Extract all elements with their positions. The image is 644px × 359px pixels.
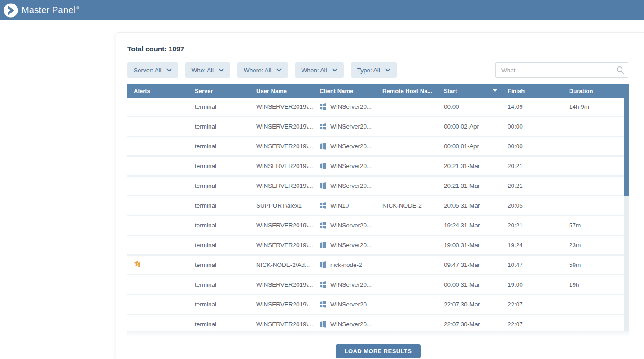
windows-icon [320,321,326,328]
filter-server[interactable]: Server: All [127,62,178,78]
cell-client-name: WINServer20... [313,123,376,130]
filter-label: When: All [302,67,327,74]
cell-server: terminal [188,242,250,248]
table-row[interactable]: terminal WINSERVER2019\... WINServer20..… [127,117,629,137]
registered-mark: ® [76,6,79,10]
table-row[interactable]: terminal WINSERVER2019\... WINServer20..… [127,236,629,256]
filter-who[interactable]: Who: All [185,62,231,78]
client-name-text: WINServer20... [330,222,372,229]
table-header-row: Alerts Server User Name Client Name Remo… [127,84,629,98]
chevron-down-icon [385,68,390,72]
table-scrollbar[interactable] [624,98,629,331]
cell-start: 19:24 31-Mar [438,222,501,229]
windows-icon [320,182,326,189]
scrollbar-track[interactable] [624,196,629,331]
cell-user-name: WINSERVER2019\... [250,242,313,248]
column-header-client-name[interactable]: Client Name [313,88,376,94]
table-row[interactable]: terminal WINSERVER2019\... WINServer20..… [127,137,629,157]
cell-start: 20:05 31-Mar [438,202,501,209]
filter-chips: Server: All Who: All Where: All When: Al… [127,62,397,78]
chevron-down-icon [332,68,337,72]
session-alert-icon[interactable] [134,261,141,268]
client-name-text: WINServer20... [330,281,372,288]
client-name-text: WINServer20... [330,163,372,169]
search-icon[interactable] [616,66,624,74]
cell-user-name: WINSERVER2019\... [250,321,313,328]
search-input[interactable] [495,62,628,78]
cell-duration: 19h [563,281,629,288]
filter-label: Who: All [192,67,214,74]
cell-alerts [127,261,188,270]
table-row[interactable]: terminal WINSERVER2019\... WINServer20..… [127,98,629,117]
column-header-remote-host-na[interactable]: Remote Host Na... [376,88,438,94]
cell-finish: 22:07 [501,321,563,328]
cell-user-name: WINSERVER2019\... [250,103,313,110]
cell-user-name: WINSERVER2019\... [250,123,313,130]
cell-server: terminal [188,321,250,328]
windows-icon [320,242,326,248]
table-bottom-fade [127,331,629,337]
cell-user-name: WINSERVER2019\... [250,163,313,169]
column-header-label: Client Name [320,88,353,94]
cell-server: terminal [188,163,250,169]
cell-client-name: WINServer20... [313,103,376,110]
cell-client-name: WINServer20... [313,301,376,308]
filter-where[interactable]: Where: All [237,62,288,78]
column-header-alerts[interactable]: Alerts [127,88,188,94]
client-name-text: WINServer20... [330,242,372,248]
cell-finish: 20:21 [501,182,563,189]
cell-finish: 19:24 [501,242,563,248]
main-content-panel: Total count: 1097 Server: All Who: All W… [116,32,644,359]
table-row[interactable]: terminal WINSERVER2019\... WINServer20..… [127,216,629,236]
cell-start: 00:00 02-Apr [438,123,501,130]
column-header-user-name[interactable]: User Name [250,88,313,94]
cell-start: 09:47 31-Mar [438,261,501,268]
cell-remote-host: NICK-NODE-2 [376,202,438,209]
filter-type[interactable]: Type: All [351,62,397,78]
table-row[interactable]: terminal NICK-NODE-2\Ad... nick-node-2 0… [127,256,629,275]
filter-when[interactable]: When: All [295,62,344,78]
cell-server: terminal [188,182,250,189]
client-name-text: WINServer20... [330,123,372,130]
cell-server: terminal [188,123,250,130]
table-row[interactable]: terminal WINSERVER2019\... WINServer20..… [127,315,629,331]
column-header-finish[interactable]: Finish [501,88,563,94]
table-row[interactable]: terminal WINSERVER2019\... WINServer20..… [127,295,629,315]
cell-finish: 00:00 [501,143,563,150]
cell-duration: 59m [563,261,629,268]
windows-icon [320,301,326,308]
app-title: Master Panel® [22,5,79,15]
cell-start: 20:21 31-Mar [438,163,501,169]
client-name-text: WINServer20... [330,301,372,308]
windows-icon [320,281,326,288]
cell-duration: 23m [563,242,629,248]
cell-server: terminal [188,222,250,229]
cell-start: 00:00 31-Mar [438,281,501,288]
cell-user-name: WINSERVER2019\... [250,301,313,308]
table-row[interactable]: terminal SUPPORT\alex1 WIN10 NICK-NODE-2… [127,196,629,216]
scrollbar-thumb[interactable] [624,98,629,196]
cell-server: terminal [188,281,250,288]
cell-user-name: WINSERVER2019\... [250,281,313,288]
table-row[interactable]: terminal WINSERVER2019\... WINServer20..… [127,157,629,177]
table-row[interactable]: terminal WINSERVER2019\... WINServer20..… [127,275,629,295]
cell-client-name: WINServer20... [313,222,376,229]
cell-start: 19:00 31-Mar [438,242,501,248]
cell-start: 22:07 30-Mar [438,301,501,308]
chevron-down-icon [219,68,224,72]
client-name-text: WIN10 [330,202,349,209]
column-header-server[interactable]: Server [188,88,250,94]
cell-client-name: WINServer20... [313,281,376,288]
load-more-button[interactable]: LOAD MORE RESULTS [336,344,421,358]
cell-start: 22:07 30-Mar [438,321,501,328]
client-name-text: WINServer20... [330,182,372,189]
cell-user-name: WINSERVER2019\... [250,143,313,150]
column-header-duration[interactable]: Duration [563,88,629,94]
cell-duration: 57m [563,222,629,229]
table-row[interactable]: terminal WINSERVER2019\... WINServer20..… [127,177,629,196]
column-header-start[interactable]: Start [438,88,501,94]
cell-user-name: SUPPORT\alex1 [250,202,313,209]
filter-label: Server: All [134,67,162,74]
windows-icon [320,261,326,268]
top-bar: Master Panel® [0,0,644,20]
